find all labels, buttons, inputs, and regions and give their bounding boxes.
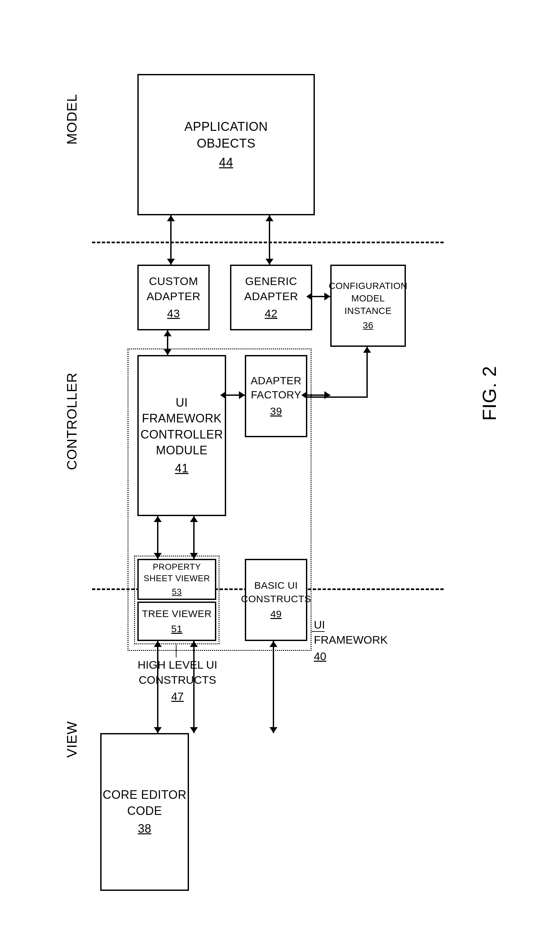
arrowhead: [164, 349, 172, 355]
arrowhead: [324, 391, 330, 399]
ui-framework-group-label: UI FRAMEWORK 40: [314, 617, 396, 664]
arrowhead: [270, 641, 278, 647]
diagram-page: VIEW CONTROLLER MODEL UI FRAMEWORK 40 HI…: [0, 0, 560, 928]
arrowhead: [190, 641, 198, 647]
ui-controller-title: UI FRAMEWORK CONTROLLER MODULE: [139, 395, 225, 459]
arrowhead: [301, 391, 307, 399]
tree-viewer-title: TREE VIEWER: [142, 607, 212, 621]
app-objects-block: APPLICATION OBJECTS 44: [137, 74, 315, 215]
adapter-factory-block: ADAPTER FACTORY 39: [245, 355, 307, 437]
arrow: [269, 215, 270, 265]
arrowhead: [220, 391, 226, 399]
arrow: [193, 516, 195, 559]
generic-adapter-num: 42: [265, 306, 278, 321]
high-level-group-label: HIGH LEVEL UI CONSTRUCTS 47: [128, 658, 227, 704]
custom-adapter-num: 43: [167, 306, 180, 321]
core-editor-num: 38: [138, 821, 151, 837]
generic-adapter-block: GENERIC ADAPTER 42: [230, 265, 312, 330]
arrow: [170, 215, 172, 265]
section-model-label: MODEL: [64, 94, 80, 145]
arrowhead: [190, 516, 198, 522]
arrow-elbow: [307, 397, 368, 398]
adapter-factory-title: ADAPTER FACTORY: [251, 374, 302, 402]
arrow: [273, 641, 274, 733]
arrow: [193, 641, 195, 733]
basic-ui-block: BASIC UI CONSTRUCTS 49: [245, 559, 307, 641]
ui-controller-num: 41: [175, 461, 188, 477]
config-model-num: 36: [363, 319, 373, 332]
section-controller-label: CONTROLLER: [64, 372, 80, 470]
divider-controller-model: [92, 242, 444, 243]
app-objects-title: APPLICATION OBJECTS: [185, 118, 268, 152]
arrowhead: [154, 516, 162, 522]
arrow: [157, 516, 159, 559]
arrow: [157, 641, 159, 733]
config-model-title: CONFIGURATION MODEL INSTANCE: [329, 280, 407, 317]
arrowhead: [306, 293, 312, 301]
arrowhead: [239, 391, 245, 399]
arrowhead: [363, 347, 371, 353]
core-editor-title: CORE EDITOR CODE: [103, 787, 187, 819]
high-level-group-title: HIGH LEVEL UI CONSTRUCTS: [138, 658, 217, 686]
arrowhead: [167, 215, 175, 221]
property-sheet-block: PROPERTY SHEET VIEWER 53: [137, 559, 216, 600]
custom-adapter-title: CUSTOM ADAPTER: [146, 274, 200, 304]
config-model-block: CONFIGURATION MODEL INSTANCE 36: [330, 265, 406, 347]
basic-ui-num: 49: [270, 607, 282, 621]
arrowhead: [167, 259, 175, 265]
tree-viewer-num: 51: [171, 622, 182, 636]
app-objects-num: 44: [219, 154, 233, 171]
arrowhead: [154, 641, 162, 647]
arrowhead: [154, 553, 162, 559]
basic-ui-title: BASIC UI CONSTRUCTS: [241, 579, 311, 606]
ui-controller-block: UI FRAMEWORK CONTROLLER MODULE 41: [137, 355, 226, 516]
core-editor-block: CORE EDITOR CODE 38: [100, 733, 189, 891]
leader-line: [311, 631, 325, 632]
arrowhead: [270, 727, 278, 733]
high-level-group-num: 47: [128, 689, 227, 704]
arrowhead: [266, 259, 273, 265]
property-sheet-num: 53: [172, 586, 182, 598]
section-view-label: VIEW: [64, 721, 80, 758]
arrowhead: [154, 727, 162, 733]
arrowhead: [190, 553, 198, 559]
arrowhead: [266, 215, 273, 221]
leader-line: [176, 644, 177, 658]
tree-viewer-block: TREE VIEWER 51: [137, 601, 216, 641]
custom-adapter-block: CUSTOM ADAPTER 43: [137, 265, 210, 330]
arrowhead: [324, 293, 330, 301]
property-sheet-title: PROPERTY SHEET VIEWER: [143, 561, 210, 584]
arrowhead: [164, 330, 172, 336]
ui-framework-group-title: UI FRAMEWORK: [314, 618, 388, 646]
arrowhead: [190, 727, 198, 733]
adapter-factory-num: 39: [270, 404, 282, 418]
arrow: [366, 347, 368, 398]
figure-caption: FIG. 2: [478, 366, 500, 421]
generic-adapter-title: GENERIC ADAPTER: [244, 274, 298, 304]
ui-framework-group-num: 40: [314, 649, 396, 664]
